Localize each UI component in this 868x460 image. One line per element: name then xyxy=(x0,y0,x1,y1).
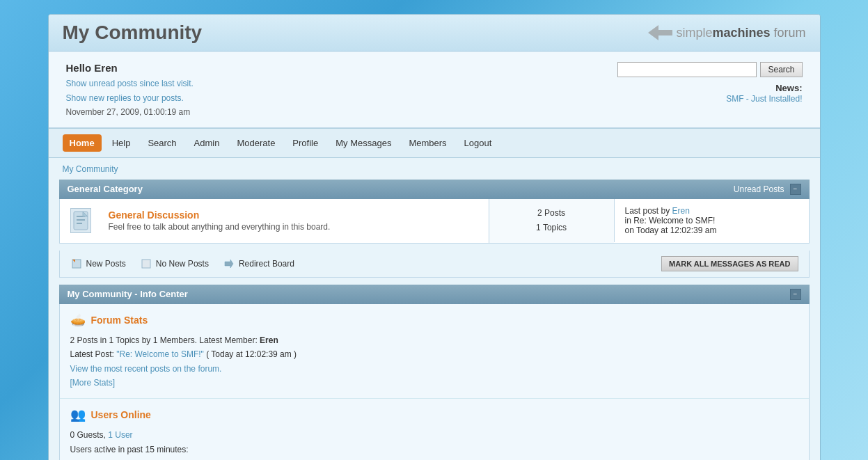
category-right: Unread Posts − xyxy=(734,184,801,195)
nav-item-my-messages[interactable]: My Messages xyxy=(329,134,398,152)
last-post-user-link[interactable]: Eren xyxy=(672,206,690,216)
board-stats-cell: 2 Posts 1 Topics xyxy=(489,199,614,243)
search-input[interactable] xyxy=(617,62,757,77)
users-online-icon: 👥 xyxy=(70,407,86,422)
content-area: Hello Eren Show unread posts since last … xyxy=(49,51,820,460)
logo-text: simplemachines forum xyxy=(676,26,805,40)
info-center-collapse-button[interactable]: − xyxy=(790,289,801,300)
user-count-link[interactable]: 1 User xyxy=(108,430,132,440)
redirect-board-icon xyxy=(223,257,235,270)
news-section: News: SMF - Just Installed! xyxy=(617,83,802,104)
legend-redirect-board-label: Redirect Board xyxy=(239,259,294,269)
board-lastpost-cell: Last post by Eren in Re: Welcome to SMF!… xyxy=(614,199,809,242)
nav-item-members[interactable]: Members xyxy=(402,134,453,152)
svg-marker-10 xyxy=(225,260,233,268)
legend-new-posts: New Posts xyxy=(70,257,126,270)
users-online-section: 👥 Users Online 0 Guests, 1 User Users ac… xyxy=(60,399,809,460)
board-posts-count: 2 Posts 1 Topics xyxy=(496,206,607,236)
collapse-button[interactable]: − xyxy=(790,184,801,195)
forum-stats-title: Forum Stats xyxy=(91,315,148,326)
forum-stats-section: 🥧 Forum Stats 2 Posts in 1 Topics by 1 M… xyxy=(60,304,809,399)
no-new-posts-icon xyxy=(140,257,152,270)
info-center-body: 🥧 Forum Stats 2 Posts in 1 Topics by 1 M… xyxy=(59,304,810,460)
latest-member-name: Eren xyxy=(260,335,278,345)
forum-stats-content: 2 Posts in 1 Topics by 1 Members. Latest… xyxy=(70,333,798,390)
news-label: News: xyxy=(775,83,802,93)
board-document-icon xyxy=(71,210,90,231)
forum-stats-header: 🥧 Forum Stats xyxy=(70,312,798,328)
welcome-left: Hello Eren Show unread posts since last … xyxy=(66,62,194,117)
logo-area: simplemachines forum xyxy=(648,25,805,40)
last-post-time: on Today at 12:02:39 am xyxy=(625,225,717,235)
logo-arrow-icon xyxy=(648,25,672,40)
unread-posts-label: Unread Posts xyxy=(734,184,784,194)
legend-redirect-board: Redirect Board xyxy=(223,257,294,270)
new-replies-link[interactable]: Show new replies to your posts. xyxy=(66,93,184,103)
timestamp: November 27, 2009, 01:00:19 am xyxy=(66,107,194,117)
board-name-link[interactable]: General Discussion xyxy=(109,209,200,221)
nav-item-search[interactable]: Search xyxy=(141,134,183,152)
new-posts-icon xyxy=(70,257,83,270)
nav-item-moderate[interactable]: Moderate xyxy=(230,134,282,152)
forum-stats-summary: 2 Posts in 1 Topics by 1 Members. Latest… xyxy=(70,333,798,347)
latest-post-row: Latest Post: "Re: Welcome to SMF!" ( Tod… xyxy=(70,347,798,361)
svg-rect-3 xyxy=(77,219,85,221)
info-center: My Community - Info Center − 🥧 Forum Sta… xyxy=(59,285,810,460)
recent-posts-link[interactable]: View the most recent posts on the forum. xyxy=(70,364,222,374)
search-button[interactable]: Search xyxy=(760,62,802,77)
site-title: My Community xyxy=(63,22,203,44)
nav-items: Home Help Search Admin Moderate Profile … xyxy=(63,134,806,152)
info-center-header: My Community - Info Center − xyxy=(59,285,810,304)
legend-no-new-posts: No New Posts xyxy=(140,257,209,270)
nav-item-admin[interactable]: Admin xyxy=(187,134,227,152)
mark-all-read-button[interactable]: MARK ALL MESSAGES AS READ xyxy=(661,256,798,271)
legend-new-posts-label: New Posts xyxy=(86,259,126,269)
users-online-content: 0 Guests, 1 User Users active in past 15… xyxy=(70,428,798,457)
welcome-right: Search News: SMF - Just Installed! xyxy=(617,62,802,104)
online-counts: 0 Guests, 1 User xyxy=(70,428,798,442)
hello-text: Hello Eren xyxy=(66,62,194,74)
board-icon-cell xyxy=(60,200,102,241)
category-header: General Category Unread Posts − xyxy=(59,180,810,199)
nav-bar: Home Help Search Admin Moderate Profile … xyxy=(49,128,820,158)
board-description: Feel free to talk about anything and eve… xyxy=(109,222,482,232)
breadcrumb: My Community xyxy=(49,158,820,180)
search-row: Search xyxy=(617,62,802,77)
board-info-cell: General Discussion Feel free to talk abo… xyxy=(102,203,489,239)
welcome-links: Show unread posts since last visit. Show… xyxy=(66,77,194,106)
svg-rect-9 xyxy=(142,260,150,268)
users-online-header: 👥 Users Online xyxy=(70,407,798,422)
unread-posts-link[interactable]: Show unread posts since last visit. xyxy=(66,79,194,88)
nav-item-home[interactable]: Home xyxy=(63,134,102,152)
svg-rect-4 xyxy=(77,223,82,224)
news-link[interactable]: SMF - Just Installed! xyxy=(726,94,802,104)
legend-no-new-posts-label: No New Posts xyxy=(156,259,209,269)
category-section: General Category Unread Posts − xyxy=(59,180,810,244)
info-center-title: My Community - Info Center xyxy=(68,289,188,299)
category-title: General Category xyxy=(68,184,143,194)
nav-item-profile[interactable]: Profile xyxy=(285,134,325,152)
forum-stats-link[interactable]: Forum Stats xyxy=(91,315,148,326)
board-row: General Discussion Feel free to talk abo… xyxy=(59,199,810,244)
last-post-prefix: Last post by xyxy=(625,206,672,216)
users-online-title: Users Online xyxy=(91,409,151,420)
more-stats-link[interactable]: [More Stats] xyxy=(70,378,116,388)
breadcrumb-home-link[interactable]: My Community xyxy=(63,164,118,174)
last-post-in: in Re: Welcome to SMF! xyxy=(625,216,716,225)
main-container: My Community simplemachines forum Hello … xyxy=(48,14,821,460)
svg-marker-0 xyxy=(648,25,672,40)
latest-post-link[interactable]: "Re: Welcome to SMF!" xyxy=(116,349,204,359)
legend-bar: New Posts No New Posts Redirect Board MA… xyxy=(59,251,810,278)
nav-item-logout[interactable]: Logout xyxy=(457,134,499,152)
welcome-section: Hello Eren Show unread posts since last … xyxy=(49,51,820,128)
nav-item-help[interactable]: Help xyxy=(105,134,138,152)
active-label: Users active in past 15 minutes: xyxy=(70,443,798,457)
forum-stats-icon: 🥧 xyxy=(70,312,86,328)
board-icon xyxy=(70,208,91,233)
site-header: My Community simplemachines forum xyxy=(49,15,820,51)
